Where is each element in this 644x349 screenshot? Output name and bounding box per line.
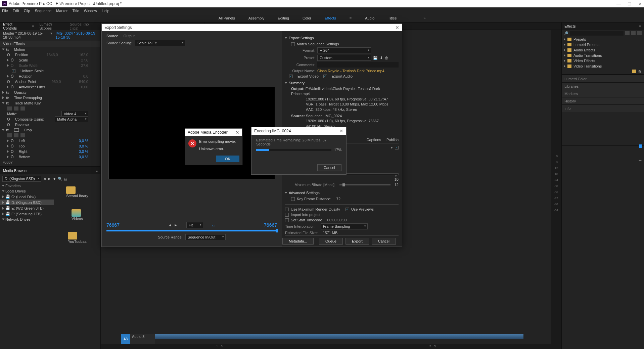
- ellipse-mask-icon[interactable]: [7, 106, 12, 111]
- hamburger-icon[interactable]: ≡: [350, 16, 352, 20]
- panel-info[interactable]: Info: [562, 104, 644, 112]
- motion-effect[interactable]: Motion: [14, 47, 25, 51]
- effects-search-input[interactable]: [570, 31, 624, 36]
- aspect-icon[interactable]: ▭: [212, 223, 215, 227]
- search-icon[interactable]: 🔎: [564, 31, 568, 36]
- overflow-icon[interactable]: »: [423, 16, 425, 20]
- summary-header[interactable]: Summary: [289, 81, 305, 85]
- ingest-icon[interactable]: ▤: [64, 177, 67, 181]
- composite-dropdown[interactable]: Matte Alpha: [55, 116, 88, 122]
- cat-video-fx[interactable]: Video Effects: [573, 59, 595, 63]
- tab-publish[interactable]: Publish: [386, 138, 399, 142]
- ws-assembly[interactable]: Assembly: [248, 16, 265, 20]
- tc-out[interactable]: 76667: [264, 222, 277, 228]
- menu-sequence[interactable]: Sequence: [35, 9, 52, 13]
- drive-f[interactable]: F: (Samsung 1TB): [11, 212, 42, 216]
- ellipse-mask-icon[interactable]: [7, 133, 12, 137]
- export-button[interactable]: Export: [346, 238, 369, 245]
- source-scaling-dropdown[interactable]: Scale To Fit: [135, 40, 185, 46]
- export-tab-source[interactable]: Source: [106, 34, 118, 38]
- crop-left[interactable]: Left: [19, 139, 25, 143]
- export-audio-checkbox[interactable]: ✓: [323, 75, 327, 78]
- close-icon[interactable]: ✕: [638, 1, 642, 6]
- maximize-icon[interactable]: ☐: [628, 1, 632, 6]
- crop-bottom[interactable]: Bottom: [19, 155, 31, 159]
- time-interp-dropdown[interactable]: Frame Sampling: [321, 223, 368, 229]
- match-seq-checkbox[interactable]: [291, 42, 295, 46]
- cat-audio-trans[interactable]: Audio Transitions: [573, 53, 602, 57]
- tab-effects[interactable]: Effects: [564, 24, 576, 28]
- save-preset-icon[interactable]: 💾: [373, 56, 378, 60]
- forward-icon[interactable]: ►: [48, 177, 51, 181]
- tc-next-icon[interactable]: ►: [174, 223, 178, 227]
- error-ok-button[interactable]: OK: [216, 156, 239, 162]
- format-dropdown[interactable]: H.264: [317, 47, 371, 53]
- rect-mask-icon[interactable]: [14, 106, 18, 111]
- tab-captions[interactable]: Captions: [367, 138, 381, 142]
- drive-dropdown[interactable]: D: (Kingston SSD): [2, 176, 41, 182]
- cat-video-trans[interactable]: Video Transitions: [573, 64, 602, 68]
- search-icon[interactable]: 🔍: [58, 177, 62, 181]
- tc-prev-icon[interactable]: ◄: [168, 223, 172, 227]
- track-matte-effect[interactable]: Track Matte Key: [14, 101, 41, 105]
- metadata-button[interactable]: Metadata...: [282, 238, 314, 245]
- filter-icon[interactable]: ▼: [53, 177, 56, 181]
- playhead-marker[interactable]: [639, 144, 642, 148]
- time-remap-effect[interactable]: Time Remapping: [14, 96, 42, 100]
- ws-effects[interactable]: Effects: [325, 16, 336, 20]
- menu-edit[interactable]: Edit: [13, 9, 19, 13]
- queue-button[interactable]: Queue: [319, 238, 343, 245]
- export-video-checkbox[interactable]: ✓: [289, 75, 293, 78]
- track-header-a3[interactable]: A3: [121, 334, 130, 344]
- back-icon[interactable]: ◄: [43, 177, 46, 181]
- encoding-cancel-button[interactable]: Cancel: [317, 164, 341, 171]
- panel-lumetri-color[interactable]: Lumetri Color: [562, 75, 644, 82]
- scale-prop[interactable]: Scale: [19, 58, 28, 62]
- ws-titles[interactable]: Titles: [388, 16, 397, 20]
- maxq-checkbox[interactable]: [285, 208, 289, 211]
- close-icon[interactable]: ✕: [235, 130, 239, 135]
- source-range-dropdown[interactable]: Sequence In/Out: [185, 234, 226, 240]
- drive-d[interactable]: D: (Kingston SSD): [11, 201, 42, 205]
- import-checkbox[interactable]: [285, 213, 289, 217]
- fx-badge-icon[interactable]: [631, 31, 636, 35]
- opacity-effect[interactable]: Opacity: [14, 90, 27, 94]
- menu-file[interactable]: File: [2, 9, 8, 13]
- tab-effect-controls[interactable]: Effect Controls: [3, 22, 27, 30]
- tab-lumetri-scopes[interactable]: Lumetri Scopes: [39, 22, 64, 30]
- menu-marker[interactable]: Marker: [56, 9, 67, 13]
- panel-markers[interactable]: Markers: [562, 90, 644, 97]
- menu-help[interactable]: Help: [102, 9, 109, 13]
- folder-item[interactable]: Videos: [72, 209, 83, 221]
- local-drives-node[interactable]: Local Drives: [5, 189, 26, 193]
- cat-lumetri[interactable]: Lumetri Presets: [573, 43, 599, 47]
- fit-dropdown[interactable]: Fit: [186, 222, 203, 228]
- panel-libraries[interactable]: Libraries: [562, 82, 644, 90]
- import-preset-icon[interactable]: ⬇: [380, 56, 383, 60]
- folder-item[interactable]: SteamLibrary: [66, 186, 88, 198]
- ws-audio[interactable]: Audio: [365, 16, 374, 20]
- drive-e[interactable]: E: (WD Green 3TB): [11, 206, 44, 210]
- sstc-checkbox[interactable]: [285, 218, 289, 222]
- close-icon[interactable]: ✕: [395, 25, 399, 30]
- tab-media-browser[interactable]: Media Browser: [3, 169, 28, 173]
- preset-dropdown[interactable]: Custom: [317, 55, 371, 61]
- anchor-point-prop[interactable]: Anchor Point: [15, 80, 36, 84]
- fx-badge-icon[interactable]: [625, 31, 630, 35]
- drive-c[interactable]: C: (Local Disk): [11, 195, 36, 199]
- close-icon[interactable]: ✕: [339, 128, 343, 134]
- pen-mask-icon[interactable]: [20, 133, 25, 137]
- ws-editing[interactable]: Editing: [278, 16, 289, 20]
- new-bin-icon[interactable]: [632, 70, 636, 73]
- crop-effect[interactable]: Crop: [24, 128, 32, 132]
- menu-title[interactable]: Title: [72, 9, 79, 13]
- minimize-icon[interactable]: —: [616, 1, 621, 6]
- previews-checkbox[interactable]: ✓: [346, 208, 349, 211]
- uniform-scale-checkbox[interactable]: ✓: [12, 69, 15, 73]
- delete-preset-icon[interactable]: 🗑: [385, 56, 388, 60]
- range-slider[interactable]: [106, 230, 277, 231]
- ws-all-panels[interactable]: All Panels: [219, 16, 235, 20]
- audio-waveform[interactable]: [155, 334, 523, 339]
- crop-top[interactable]: Top: [19, 144, 25, 148]
- add-marker-icon[interactable]: +: [639, 158, 642, 163]
